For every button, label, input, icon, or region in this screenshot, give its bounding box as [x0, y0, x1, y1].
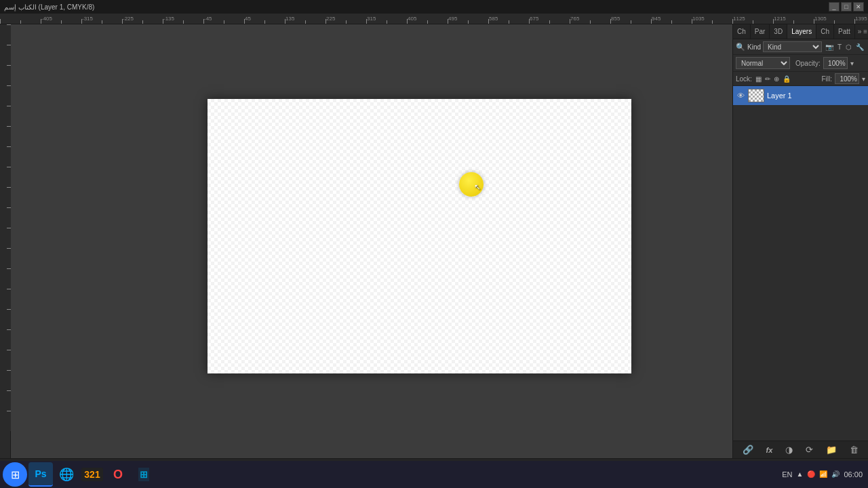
panel-menu-icon[interactable]: ≡ — [863, 28, 867, 35]
opacity-arrow-icon[interactable]: ▾ — [850, 60, 854, 67]
add-mask-button[interactable]: ◑ — [783, 443, 795, 456]
filter-type-icon[interactable]: T — [836, 43, 843, 52]
opacity-label: Opacity: — [795, 60, 821, 67]
ruler-left — [0, 24, 11, 458]
filter-kind-select[interactable]: Kind — [763, 41, 822, 52]
taskbar-battery-icon: 🔴 — [807, 470, 815, 478]
taskbar-lang[interactable]: EN — [782, 470, 792, 479]
taskbar-teamviewer[interactable]: ⊞ — [132, 462, 156, 487]
canvas-layer — [208, 99, 631, 373]
lock-label: Lock: — [736, 75, 752, 83]
media-app-icon: 321 — [81, 468, 102, 481]
titlebar-title: الكتاب إسم (Layer 1, CMYK/8) — [4, 3, 94, 11]
taskbar-chrome[interactable]: 🌐 — [54, 462, 79, 487]
fill-arrow-icon[interactable]: ▾ — [862, 75, 865, 83]
lock-fill-row: Lock: ▦ ✏ ⊕ 🔒 Fill: ▾ — [733, 72, 868, 86]
fill-label: Fill: — [821, 75, 832, 83]
windows-start-button[interactable]: ⊞ — [3, 462, 27, 487]
ps-app-icon: Ps — [35, 468, 46, 479]
tab-ch2[interactable]: Ch — [816, 24, 834, 39]
close-button[interactable]: ✕ — [853, 2, 864, 12]
ruler-top — [0, 14, 868, 24]
layer-name: Layer 1 — [767, 92, 865, 100]
fx-button[interactable]: fx — [764, 445, 776, 455]
lock-all-icon[interactable]: 🔒 — [782, 75, 791, 83]
lock-icons-group: ▦ ✏ ⊕ 🔒 — [755, 75, 791, 83]
taskbar-opera[interactable]: O — [106, 462, 130, 487]
tab-3d[interactable]: 3D — [770, 24, 787, 39]
canvas-wrapper: ↖ — [208, 99, 631, 373]
titlebar: الكتاب إسم (Layer 1, CMYK/8) _ □ ✕ — [0, 0, 868, 14]
layer-thumbnail — [748, 89, 764, 102]
tv-app-icon: ⊞ — [138, 468, 149, 481]
yellow-circle — [459, 172, 484, 197]
link-layers-button[interactable]: 🔗 — [740, 443, 756, 456]
blend-mode-select[interactable]: Normal — [736, 57, 790, 69]
opera-app-icon: O — [113, 468, 123, 482]
tab-par[interactable]: Par — [751, 24, 770, 39]
lock-transparent-icon[interactable]: ▦ — [755, 75, 762, 83]
blend-opacity-row: Normal Opacity: ▾ — [733, 55, 868, 72]
taskbar-right: EN ▲ 🔴 📶 🔊 06:00 — [782, 470, 865, 479]
filter-pixel-icon[interactable]: 📷 — [824, 43, 835, 52]
panel-tab-icons: » ≡ — [855, 24, 868, 39]
taskbar-arrow-icon[interactable]: ▲ — [797, 470, 804, 478]
panel-tabs-row: Ch Par 3D Layers Ch Patt » ≡ — [733, 24, 868, 39]
adjustment-button[interactable]: ⟳ — [803, 443, 816, 456]
main-layout: ↖ Ch Par 3D Layers Ch Patt » ≡ 🔍 Kind Ki… — [0, 24, 868, 458]
canvas-area[interactable]: ↖ — [11, 24, 732, 458]
titlebar-controls: _ □ ✕ — [829, 2, 864, 12]
maximize-button[interactable]: □ — [841, 2, 852, 12]
expand-panel-icon[interactable]: » — [858, 28, 862, 35]
tab-layers[interactable]: Layers — [787, 24, 816, 39]
tab-ch1[interactable]: Ch — [733, 24, 751, 39]
filter-adjust-icon[interactable]: 🔧 — [854, 43, 865, 52]
search-icon: 🔍 — [736, 43, 745, 52]
lock-move-icon[interactable]: ⊕ — [773, 75, 780, 83]
layer-visibility-icon[interactable]: 👁 — [736, 91, 745, 100]
right-panel: Ch Par 3D Layers Ch Patt » ≡ 🔍 Kind Kind… — [732, 24, 868, 458]
fill-input[interactable] — [835, 73, 859, 84]
lock-paint-icon[interactable]: ✏ — [764, 75, 771, 83]
filter-shape-icon[interactable]: ⬡ — [844, 43, 853, 52]
new-group-button[interactable]: 📁 — [823, 443, 840, 456]
filter-type-icons: 📷 T ⬡ 🔧 — [824, 43, 865, 52]
taskbar-media-player[interactable]: 321 — [80, 462, 104, 487]
delete-layer-button[interactable]: 🗑 — [847, 443, 861, 456]
layer-item[interactable]: 👁 Layer 1 — [733, 86, 868, 105]
chrome-app-icon: 🌐 — [59, 467, 74, 482]
taskbar-time-value: 06:00 — [844, 470, 863, 479]
panel-bottom-toolbar: 🔗 fx ◑ ⟳ 📁 🗑 — [733, 441, 868, 458]
transparency-grid: ↖ — [208, 99, 631, 373]
taskbar-signal-icon: 📶 — [819, 470, 827, 478]
taskbar: ⊞ Ps 🌐 321 O ⊞ EN ▲ 🔴 📶 🔊 06:00 — [0, 461, 868, 488]
filter-label: Kind — [747, 43, 761, 51]
tab-patt[interactable]: Patt — [834, 24, 855, 39]
opacity-input[interactable] — [823, 57, 848, 69]
layers-list: 👁 Layer 1 — [733, 86, 868, 441]
filter-row: 🔍 Kind Kind 📷 T ⬡ 🔧 — [733, 39, 868, 55]
taskbar-clock[interactable]: 06:00 — [844, 470, 863, 479]
taskbar-volume-icon[interactable]: 🔊 — [831, 470, 840, 478]
taskbar-photoshop[interactable]: Ps — [28, 462, 53, 487]
minimize-button[interactable]: _ — [829, 2, 840, 12]
